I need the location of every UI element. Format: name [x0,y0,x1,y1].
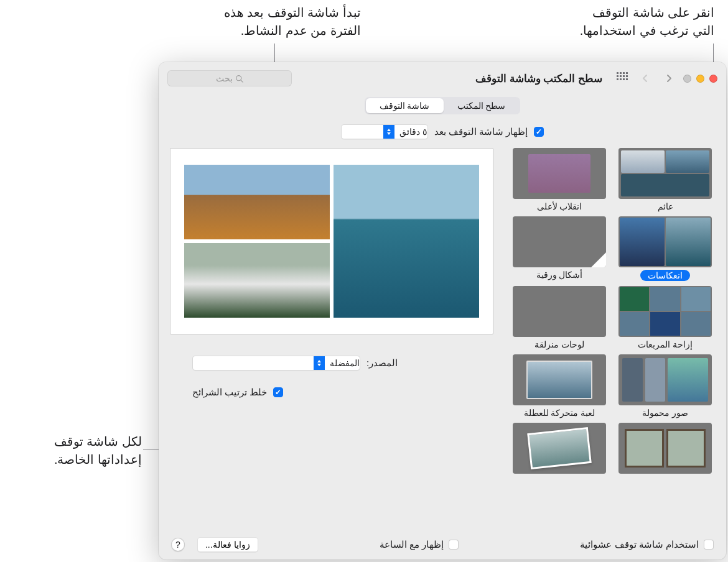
thumb-shifting[interactable]: إزاحة المربعات [618,286,712,349]
delay-popup[interactable]: ٥ دقائق [341,124,428,139]
screensaver-list[interactable]: عائم انقلاب لأعلى انعكاسات أشكال ورقية إ… [510,148,715,484]
search-input[interactable]: بحث [167,70,292,86]
tab-screensaver[interactable]: شاشة التوقف [366,98,444,113]
tab-desktop[interactable]: سطح المكتب [444,98,520,113]
source-label: المصدر: [366,357,398,369]
minimize-icon[interactable] [696,75,704,83]
screensaver-settings: المصدر: المفضلة خلط ترتيب الشرائح [192,356,439,414]
zoom-icon [683,75,691,83]
random-checkbox[interactable] [704,540,714,550]
help-button[interactable]: ? [171,538,185,551]
thumb-floating[interactable]: عائم [618,148,712,211]
close-icon[interactable] [709,75,717,83]
titlebar: سطح المكتب وشاشة التوقف بحث [159,62,726,94]
thumb-reflections[interactable]: انعكاسات [618,216,712,281]
thumb-extra-2[interactable] [513,423,606,476]
thumb-mobile[interactable]: صور محمولة [618,354,712,418]
grid-icon [615,72,628,85]
show-after-label: إظهار شاشة التوقف بعد [434,126,528,137]
callout-settings: لكل شاشة توقف إعداداتها الخاصة. [5,433,142,469]
thumb-sliding[interactable]: لوحات منزلقة [513,286,606,349]
back-button[interactable] [660,71,678,86]
search-icon [235,75,243,83]
shuffle-label: خلط ترتيب الشرائح [192,387,267,398]
svg-line-1 [241,80,243,81]
prefs-window: سطح المكتب وشاشة التوقف بحث سطح المكتب ش… [159,62,726,560]
random-label: استخدام شاشة توقف عشوائية [580,539,699,550]
window-title: سطح المكتب وشاشة التوقف [475,72,602,85]
thumb-extra-1[interactable] [618,423,712,476]
show-all-button[interactable] [612,71,631,86]
source-popup[interactable]: المفضلة [192,356,360,371]
tabs-segmented: سطح المكتب شاشة التوقف [365,97,521,114]
preview-pane [170,148,493,334]
clock-label: إظهار مع الساعة [380,539,444,550]
shuffle-checkbox[interactable] [273,387,283,397]
show-after-checkbox[interactable] [534,127,544,137]
callout-select: انقر على شاشة التوقف التي ترغب في استخدا… [385,4,714,40]
hot-corners-button[interactable]: زوايا فعالة... [197,537,258,552]
clock-checkbox[interactable] [449,540,459,550]
thumb-flipup[interactable]: انقلاب لأعلى [513,148,606,211]
thumb-holiday[interactable]: لعبة متحركة للعطلة [513,354,606,418]
thumb-origami[interactable]: أشكال ورقية [513,216,606,281]
callout-timer: تبدأ شاشة التوقف بعد هذه الفترة من عدم ا… [162,4,361,40]
forward-button [636,71,655,86]
